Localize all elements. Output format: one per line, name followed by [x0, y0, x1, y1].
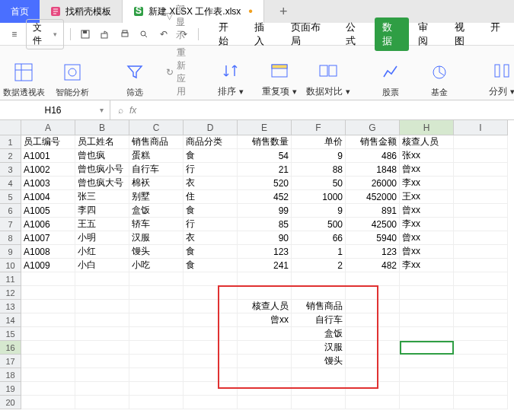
cell[interactable]: 452 — [238, 190, 292, 204]
cell[interactable]: A1009 — [21, 259, 75, 272]
cell[interactable]: A1001 — [21, 149, 75, 163]
col-header[interactable]: C — [129, 120, 184, 135]
cell[interactable]: 9 — [292, 149, 346, 163]
row-header[interactable]: 8 — [0, 231, 21, 245]
cell[interactable]: 馒头 — [129, 245, 184, 259]
cell-reference-input[interactable] — [6, 105, 100, 116]
cell[interactable]: 88 — [292, 163, 346, 177]
cell[interactable]: 2 — [292, 259, 346, 272]
cell[interactable]: 自行车 — [129, 163, 184, 177]
cell[interactable] — [238, 327, 292, 341]
cell[interactable]: 曾xx — [400, 163, 454, 177]
cell[interactable]: 500 — [292, 218, 346, 231]
cell[interactable]: A1008 — [21, 245, 75, 259]
cell[interactable] — [400, 355, 454, 368]
cell[interactable]: 王五 — [75, 218, 129, 231]
cell[interactable]: 123 — [346, 245, 400, 259]
file-menu[interactable]: 文件▾ — [26, 19, 65, 49]
cell[interactable] — [346, 272, 400, 286]
cell[interactable] — [184, 327, 238, 341]
cell[interactable]: 汉服 — [129, 231, 184, 245]
col-header[interactable]: A — [21, 120, 75, 135]
menu-view[interactable]: 视图 — [447, 18, 481, 51]
cell[interactable] — [454, 163, 508, 177]
cell[interactable]: 核查人员 — [238, 300, 292, 313]
cell[interactable] — [292, 368, 346, 382]
cell[interactable]: 行 — [184, 163, 238, 177]
cell[interactable]: 486 — [346, 149, 400, 163]
cell[interactable]: 123 — [238, 245, 292, 259]
cell[interactable] — [21, 286, 75, 300]
cell[interactable] — [21, 368, 75, 382]
cell[interactable]: 员工姓名 — [75, 135, 129, 149]
cell[interactable] — [238, 355, 292, 368]
cell[interactable] — [454, 300, 508, 313]
ribbon-reapply[interactable]: ↻重新应用 — [166, 46, 186, 98]
cell[interactable]: 衣 — [184, 177, 238, 190]
cell[interactable]: 曾也疯小号 — [75, 163, 129, 177]
cell[interactable]: 销售商品 — [129, 135, 184, 149]
cell[interactable] — [400, 368, 454, 382]
cell[interactable] — [454, 218, 508, 231]
col-header[interactable]: D — [184, 120, 238, 135]
ribbon-split[interactable]: 分列 ▾ — [484, 59, 514, 98]
cell[interactable]: 张三 — [75, 190, 129, 204]
cell[interactable] — [454, 327, 508, 341]
cell[interactable]: 小明 — [75, 231, 129, 245]
cell[interactable]: 891 — [346, 204, 400, 218]
cell[interactable]: 员工编号 — [21, 135, 75, 149]
name-box[interactable]: ▾ — [0, 100, 110, 119]
cell[interactable] — [346, 355, 400, 368]
cell[interactable] — [129, 286, 184, 300]
cell[interactable] — [346, 286, 400, 300]
cell[interactable] — [238, 396, 292, 409]
cell[interactable] — [184, 286, 238, 300]
cell[interactable]: 食 — [184, 204, 238, 218]
cell[interactable]: A1003 — [21, 177, 75, 190]
cell[interactable]: 小红 — [75, 245, 129, 259]
ribbon-compare[interactable]: 数据对比 ▾ — [311, 59, 346, 98]
cell[interactable] — [238, 286, 292, 300]
cell[interactable]: 小白 — [75, 259, 129, 272]
cell[interactable] — [75, 382, 129, 396]
cell[interactable] — [292, 286, 346, 300]
cell[interactable] — [346, 396, 400, 409]
save-icon[interactable] — [77, 26, 94, 43]
cell[interactable] — [400, 382, 454, 396]
row-header[interactable]: 1 — [0, 135, 21, 149]
chevron-down-icon[interactable]: ▾ — [100, 106, 104, 114]
col-header[interactable]: F — [292, 120, 346, 135]
cell[interactable] — [184, 300, 238, 313]
cell[interactable]: 销售数量 — [238, 135, 292, 149]
cell[interactable] — [346, 327, 400, 341]
ribbon-showall[interactable]: ▽全部显示 — [166, 0, 186, 42]
ribbon-stock[interactable]: 股票 — [373, 61, 408, 98]
cell[interactable]: 520 — [238, 177, 292, 190]
row-header[interactable]: 6 — [0, 204, 21, 218]
cell[interactable] — [238, 368, 292, 382]
cell[interactable]: 90 — [238, 231, 292, 245]
cell[interactable]: 李xx — [400, 218, 454, 231]
menu-data[interactable]: 数据 — [375, 18, 409, 51]
cell[interactable] — [129, 368, 184, 382]
cell[interactable] — [75, 286, 129, 300]
cell[interactable] — [75, 355, 129, 368]
cell[interactable]: A1007 — [21, 231, 75, 245]
cell[interactable] — [454, 177, 508, 190]
cell[interactable] — [21, 355, 75, 368]
cell[interactable] — [346, 313, 400, 327]
cell[interactable] — [400, 396, 454, 409]
cell[interactable]: 26000 — [346, 177, 400, 190]
cell[interactable] — [400, 313, 454, 327]
ribbon-dup[interactable]: 重复项 ▾ — [262, 59, 297, 98]
row-header[interactable]: 19 — [0, 382, 21, 396]
cell[interactable]: 商品分类 — [184, 135, 238, 149]
cell[interactable]: 汉服 — [292, 341, 346, 355]
print-icon[interactable] — [117, 26, 133, 43]
cell[interactable]: 张xx — [400, 149, 454, 163]
cell[interactable] — [184, 382, 238, 396]
cell[interactable]: 85 — [238, 218, 292, 231]
cell[interactable]: 自行车 — [292, 313, 346, 327]
cell[interactable]: A1004 — [21, 190, 75, 204]
cell[interactable] — [400, 300, 454, 313]
